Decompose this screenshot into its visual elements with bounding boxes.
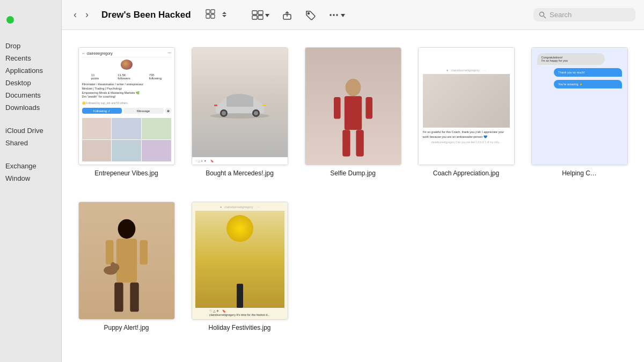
search-icon bbox=[539, 11, 546, 19]
sidebar-item-documents[interactable]: Documents bbox=[4, 89, 61, 101]
file-name-1: Entrepeneur Vibes.jpg bbox=[94, 169, 158, 177]
main-content: ‹ › Drew's Been Hacked bbox=[62, 0, 644, 362]
file-item-2[interactable]: ♡ △ ✈ ▼ 🔖 Bought a Mercedes!.jpg bbox=[186, 43, 294, 181]
tag-button[interactable] bbox=[301, 7, 319, 23]
sidebar-item-exchange[interactable]: Exchange bbox=[4, 160, 61, 172]
svg-rect-3 bbox=[211, 14, 215, 18]
share-icon bbox=[282, 10, 292, 20]
svg-rect-0 bbox=[206, 10, 210, 13]
svg-rect-8 bbox=[252, 16, 257, 19]
sidebar-item-window[interactable]: Window bbox=[4, 172, 61, 184]
back-button[interactable]: ‹ bbox=[70, 8, 80, 21]
svg-rect-9 bbox=[258, 16, 263, 19]
svg-rect-32 bbox=[365, 97, 372, 119]
svg-point-14 bbox=[330, 14, 332, 16]
svg-point-24 bbox=[254, 111, 258, 115]
chevron-down-small-icon bbox=[341, 12, 345, 18]
svg-line-19 bbox=[544, 16, 546, 18]
sidebar-item-shared[interactable]: Shared bbox=[4, 137, 61, 149]
svg-point-18 bbox=[540, 12, 544, 16]
file-item-5[interactable]: Congratulations!I'm so happy for you Tha… bbox=[525, 43, 633, 181]
grid-icon bbox=[206, 9, 215, 19]
svg-point-41 bbox=[111, 262, 115, 269]
file-item-6[interactable]: Puppy Alert!.jpg bbox=[72, 197, 180, 336]
svg-marker-17 bbox=[341, 14, 345, 17]
file-name-3: Selfie Dump.jpg bbox=[330, 169, 376, 177]
svg-point-15 bbox=[333, 14, 335, 16]
share-button[interactable] bbox=[279, 7, 296, 23]
svg-rect-36 bbox=[130, 283, 138, 312]
sidebar-item-airdrop[interactable]: Drop bbox=[4, 40, 61, 52]
svg-rect-30 bbox=[356, 130, 363, 157]
file-thumbnail-4: ● claireburnettgregory ··· I'm so gratef… bbox=[418, 47, 515, 165]
svg-rect-38 bbox=[140, 240, 148, 264]
chevron-updown-icon bbox=[222, 11, 227, 18]
file-thumbnail-6 bbox=[78, 202, 175, 320]
folder-title: Drew's Been Hacked bbox=[101, 10, 191, 20]
toolbar: ‹ › Drew's Been Hacked bbox=[62, 0, 644, 30]
file-thumbnail-1: ← claireeegregory ⋯ 11posts 11.5Kfollowe… bbox=[78, 47, 175, 165]
file-name-7: Holiday Festivities.jpg bbox=[208, 324, 270, 331]
search-input[interactable] bbox=[550, 11, 625, 19]
ig-more-btn[interactable]: ⊕ bbox=[165, 108, 171, 114]
ig-follow-btn[interactable]: Following ✓ bbox=[82, 108, 122, 114]
more-icon bbox=[328, 10, 339, 20]
file-name-6: Puppy Alert!.jpg bbox=[104, 324, 149, 331]
sidebar-item-applications[interactable]: Applications bbox=[4, 64, 61, 77]
nav-buttons: ‹ › bbox=[70, 8, 92, 21]
svg-rect-31 bbox=[334, 97, 341, 119]
file-name-2: Bought a Mercedes!.jpg bbox=[206, 169, 274, 177]
file-thumbnail-7: ● claireburnettgregory ··· ♡ △ ✈ 🔖 clair… bbox=[192, 202, 288, 320]
svg-marker-10 bbox=[265, 14, 269, 17]
sidebar-item-downloads[interactable]: Downloads bbox=[4, 101, 61, 114]
file-thumbnail-3 bbox=[305, 47, 401, 165]
svg-rect-7 bbox=[258, 11, 263, 14]
search-bar bbox=[533, 8, 635, 21]
view-options-button[interactable] bbox=[219, 9, 230, 21]
svg-rect-37 bbox=[105, 240, 113, 264]
file-item-3[interactable]: Selfie Dump.jpg bbox=[299, 43, 407, 181]
file-grid: ← claireeegregory ⋯ 11posts 11.5Kfollowe… bbox=[62, 30, 644, 362]
view-toggle bbox=[203, 8, 230, 22]
svg-point-16 bbox=[336, 14, 338, 16]
group-icon bbox=[252, 10, 264, 20]
more-options-button[interactable] bbox=[325, 7, 349, 23]
svg-point-33 bbox=[118, 219, 135, 239]
file-item-7[interactable]: ● claireburnettgregory ··· ♡ △ ✈ 🔖 clair… bbox=[186, 197, 294, 336]
file-thumbnail-2: ♡ △ ✈ ▼ 🔖 bbox=[192, 47, 288, 165]
sidebar-item-icloud-drive[interactable]: iCloud Drive bbox=[4, 124, 61, 137]
chevron-down-icon bbox=[265, 12, 269, 18]
svg-rect-2 bbox=[206, 14, 210, 18]
svg-marker-5 bbox=[222, 15, 226, 17]
sidebar: Drop Recents Applications Desktop Docume… bbox=[0, 0, 62, 362]
svg-rect-1 bbox=[211, 10, 215, 13]
group-view-button[interactable] bbox=[248, 8, 273, 23]
svg-rect-35 bbox=[114, 283, 123, 312]
svg-rect-25 bbox=[262, 105, 266, 106]
green-dot-icon bbox=[6, 16, 14, 24]
file-name-5: Helping C… bbox=[562, 169, 597, 177]
forward-button[interactable]: › bbox=[82, 8, 92, 21]
svg-point-20 bbox=[210, 113, 269, 119]
car-svg bbox=[208, 86, 272, 119]
file-thumbnail-5: Congratulations!I'm so happy for you Tha… bbox=[531, 47, 628, 165]
grid-view-button[interactable] bbox=[203, 8, 218, 22]
person-svg bbox=[326, 68, 380, 165]
svg-point-22 bbox=[222, 111, 226, 115]
svg-rect-26 bbox=[214, 105, 217, 106]
ig-message-btn[interactable]: Message bbox=[123, 108, 164, 114]
svg-point-27 bbox=[345, 79, 361, 96]
svg-rect-28 bbox=[344, 96, 361, 130]
sidebar-item-recents[interactable]: Recents bbox=[4, 52, 61, 64]
file-item-1[interactable]: ← claireeegregory ⋯ 11posts 11.5Kfollowe… bbox=[72, 43, 180, 181]
file-item-4[interactable]: ● claireburnettgregory ··· I'm so gratef… bbox=[412, 43, 520, 181]
svg-marker-4 bbox=[222, 12, 226, 14]
file-name-4: Coach Appreciation.jpg bbox=[433, 169, 499, 177]
svg-point-13 bbox=[308, 12, 309, 14]
svg-rect-29 bbox=[342, 130, 350, 157]
svg-rect-34 bbox=[116, 239, 136, 283]
sidebar-item-desktop[interactable]: Desktop bbox=[4, 77, 61, 89]
tag-icon bbox=[305, 10, 316, 20]
person-dog-svg bbox=[97, 212, 156, 319]
svg-rect-6 bbox=[252, 11, 257, 14]
